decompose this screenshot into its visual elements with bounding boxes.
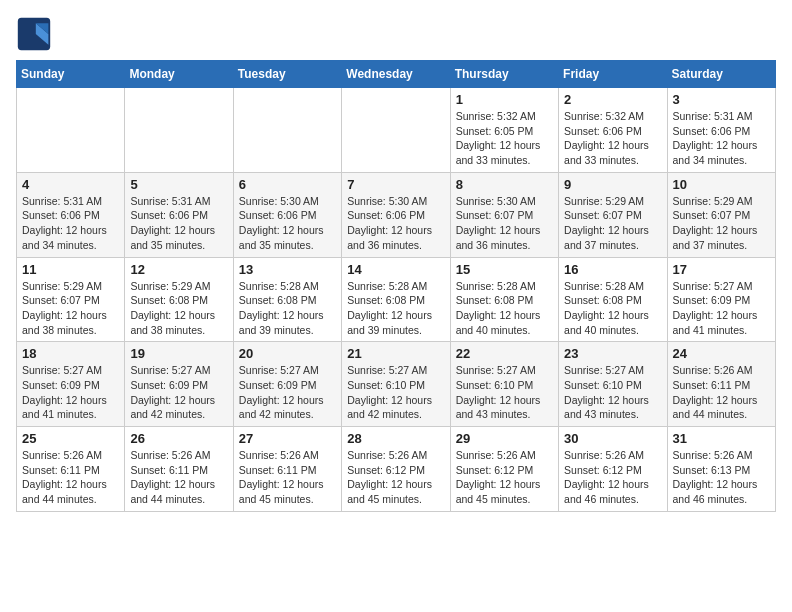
calendar-cell: 6Sunrise: 5:30 AM Sunset: 6:06 PM Daylig… <box>233 172 341 257</box>
calendar-cell: 20Sunrise: 5:27 AM Sunset: 6:09 PM Dayli… <box>233 342 341 427</box>
day-header-tuesday: Tuesday <box>233 61 341 88</box>
calendar-cell: 5Sunrise: 5:31 AM Sunset: 6:06 PM Daylig… <box>125 172 233 257</box>
day-header-friday: Friday <box>559 61 667 88</box>
calendar-cell: 21Sunrise: 5:27 AM Sunset: 6:10 PM Dayli… <box>342 342 450 427</box>
calendar-cell: 31Sunrise: 5:26 AM Sunset: 6:13 PM Dayli… <box>667 427 775 512</box>
cell-content: Sunrise: 5:26 AM Sunset: 6:11 PM Dayligh… <box>130 448 227 507</box>
cell-content: Sunrise: 5:32 AM Sunset: 6:06 PM Dayligh… <box>564 109 661 168</box>
calendar-cell: 22Sunrise: 5:27 AM Sunset: 6:10 PM Dayli… <box>450 342 558 427</box>
calendar-cell: 24Sunrise: 5:26 AM Sunset: 6:11 PM Dayli… <box>667 342 775 427</box>
logo <box>16 16 56 52</box>
day-number: 27 <box>239 431 336 446</box>
calendar-cell: 12Sunrise: 5:29 AM Sunset: 6:08 PM Dayli… <box>125 257 233 342</box>
day-number: 2 <box>564 92 661 107</box>
calendar-cell: 2Sunrise: 5:32 AM Sunset: 6:06 PM Daylig… <box>559 88 667 173</box>
cell-content: Sunrise: 5:27 AM Sunset: 6:10 PM Dayligh… <box>456 363 553 422</box>
calendar-cell: 10Sunrise: 5:29 AM Sunset: 6:07 PM Dayli… <box>667 172 775 257</box>
calendar-cell: 26Sunrise: 5:26 AM Sunset: 6:11 PM Dayli… <box>125 427 233 512</box>
day-number: 4 <box>22 177 119 192</box>
day-header-saturday: Saturday <box>667 61 775 88</box>
calendar-cell: 23Sunrise: 5:27 AM Sunset: 6:10 PM Dayli… <box>559 342 667 427</box>
cell-content: Sunrise: 5:29 AM Sunset: 6:08 PM Dayligh… <box>130 279 227 338</box>
cell-content: Sunrise: 5:31 AM Sunset: 6:06 PM Dayligh… <box>22 194 119 253</box>
cell-content: Sunrise: 5:26 AM Sunset: 6:11 PM Dayligh… <box>239 448 336 507</box>
calendar-cell: 28Sunrise: 5:26 AM Sunset: 6:12 PM Dayli… <box>342 427 450 512</box>
calendar-cell <box>125 88 233 173</box>
day-number: 11 <box>22 262 119 277</box>
day-number: 14 <box>347 262 444 277</box>
calendar-table: SundayMondayTuesdayWednesdayThursdayFrid… <box>16 60 776 512</box>
day-number: 24 <box>673 346 770 361</box>
calendar-cell: 11Sunrise: 5:29 AM Sunset: 6:07 PM Dayli… <box>17 257 125 342</box>
cell-content: Sunrise: 5:28 AM Sunset: 6:08 PM Dayligh… <box>456 279 553 338</box>
day-number: 7 <box>347 177 444 192</box>
day-number: 21 <box>347 346 444 361</box>
calendar-cell: 30Sunrise: 5:26 AM Sunset: 6:12 PM Dayli… <box>559 427 667 512</box>
cell-content: Sunrise: 5:26 AM Sunset: 6:12 PM Dayligh… <box>347 448 444 507</box>
cell-content: Sunrise: 5:26 AM Sunset: 6:11 PM Dayligh… <box>22 448 119 507</box>
calendar-week-5: 25Sunrise: 5:26 AM Sunset: 6:11 PM Dayli… <box>17 427 776 512</box>
calendar-header-row: SundayMondayTuesdayWednesdayThursdayFrid… <box>17 61 776 88</box>
day-number: 16 <box>564 262 661 277</box>
day-number: 30 <box>564 431 661 446</box>
calendar-cell: 9Sunrise: 5:29 AM Sunset: 6:07 PM Daylig… <box>559 172 667 257</box>
cell-content: Sunrise: 5:27 AM Sunset: 6:09 PM Dayligh… <box>130 363 227 422</box>
calendar-week-4: 18Sunrise: 5:27 AM Sunset: 6:09 PM Dayli… <box>17 342 776 427</box>
calendar-cell: 17Sunrise: 5:27 AM Sunset: 6:09 PM Dayli… <box>667 257 775 342</box>
calendar-cell <box>342 88 450 173</box>
cell-content: Sunrise: 5:29 AM Sunset: 6:07 PM Dayligh… <box>22 279 119 338</box>
day-number: 25 <box>22 431 119 446</box>
calendar-cell <box>233 88 341 173</box>
cell-content: Sunrise: 5:27 AM Sunset: 6:10 PM Dayligh… <box>347 363 444 422</box>
cell-content: Sunrise: 5:28 AM Sunset: 6:08 PM Dayligh… <box>239 279 336 338</box>
cell-content: Sunrise: 5:28 AM Sunset: 6:08 PM Dayligh… <box>564 279 661 338</box>
day-number: 26 <box>130 431 227 446</box>
calendar-cell: 3Sunrise: 5:31 AM Sunset: 6:06 PM Daylig… <box>667 88 775 173</box>
cell-content: Sunrise: 5:30 AM Sunset: 6:06 PM Dayligh… <box>347 194 444 253</box>
day-number: 28 <box>347 431 444 446</box>
day-number: 1 <box>456 92 553 107</box>
day-number: 17 <box>673 262 770 277</box>
cell-content: Sunrise: 5:28 AM Sunset: 6:08 PM Dayligh… <box>347 279 444 338</box>
cell-content: Sunrise: 5:31 AM Sunset: 6:06 PM Dayligh… <box>673 109 770 168</box>
cell-content: Sunrise: 5:26 AM Sunset: 6:12 PM Dayligh… <box>564 448 661 507</box>
day-number: 10 <box>673 177 770 192</box>
cell-content: Sunrise: 5:27 AM Sunset: 6:09 PM Dayligh… <box>22 363 119 422</box>
calendar-cell: 14Sunrise: 5:28 AM Sunset: 6:08 PM Dayli… <box>342 257 450 342</box>
calendar-cell: 1Sunrise: 5:32 AM Sunset: 6:05 PM Daylig… <box>450 88 558 173</box>
calendar-cell: 13Sunrise: 5:28 AM Sunset: 6:08 PM Dayli… <box>233 257 341 342</box>
day-number: 18 <box>22 346 119 361</box>
calendar-week-3: 11Sunrise: 5:29 AM Sunset: 6:07 PM Dayli… <box>17 257 776 342</box>
day-number: 6 <box>239 177 336 192</box>
logo-icon <box>16 16 52 52</box>
calendar-body: 1Sunrise: 5:32 AM Sunset: 6:05 PM Daylig… <box>17 88 776 512</box>
cell-content: Sunrise: 5:30 AM Sunset: 6:07 PM Dayligh… <box>456 194 553 253</box>
day-header-thursday: Thursday <box>450 61 558 88</box>
day-number: 13 <box>239 262 336 277</box>
day-header-sunday: Sunday <box>17 61 125 88</box>
page-header <box>16 16 776 52</box>
cell-content: Sunrise: 5:27 AM Sunset: 6:09 PM Dayligh… <box>239 363 336 422</box>
calendar-cell: 18Sunrise: 5:27 AM Sunset: 6:09 PM Dayli… <box>17 342 125 427</box>
calendar-cell: 7Sunrise: 5:30 AM Sunset: 6:06 PM Daylig… <box>342 172 450 257</box>
calendar-cell: 15Sunrise: 5:28 AM Sunset: 6:08 PM Dayli… <box>450 257 558 342</box>
day-number: 22 <box>456 346 553 361</box>
calendar-cell: 8Sunrise: 5:30 AM Sunset: 6:07 PM Daylig… <box>450 172 558 257</box>
cell-content: Sunrise: 5:27 AM Sunset: 6:09 PM Dayligh… <box>673 279 770 338</box>
calendar-cell: 27Sunrise: 5:26 AM Sunset: 6:11 PM Dayli… <box>233 427 341 512</box>
calendar-week-2: 4Sunrise: 5:31 AM Sunset: 6:06 PM Daylig… <box>17 172 776 257</box>
day-number: 9 <box>564 177 661 192</box>
calendar-cell <box>17 88 125 173</box>
cell-content: Sunrise: 5:26 AM Sunset: 6:12 PM Dayligh… <box>456 448 553 507</box>
day-number: 5 <box>130 177 227 192</box>
cell-content: Sunrise: 5:26 AM Sunset: 6:11 PM Dayligh… <box>673 363 770 422</box>
day-number: 31 <box>673 431 770 446</box>
day-number: 19 <box>130 346 227 361</box>
day-number: 23 <box>564 346 661 361</box>
day-header-wednesday: Wednesday <box>342 61 450 88</box>
cell-content: Sunrise: 5:31 AM Sunset: 6:06 PM Dayligh… <box>130 194 227 253</box>
cell-content: Sunrise: 5:30 AM Sunset: 6:06 PM Dayligh… <box>239 194 336 253</box>
calendar-week-1: 1Sunrise: 5:32 AM Sunset: 6:05 PM Daylig… <box>17 88 776 173</box>
cell-content: Sunrise: 5:32 AM Sunset: 6:05 PM Dayligh… <box>456 109 553 168</box>
day-number: 3 <box>673 92 770 107</box>
